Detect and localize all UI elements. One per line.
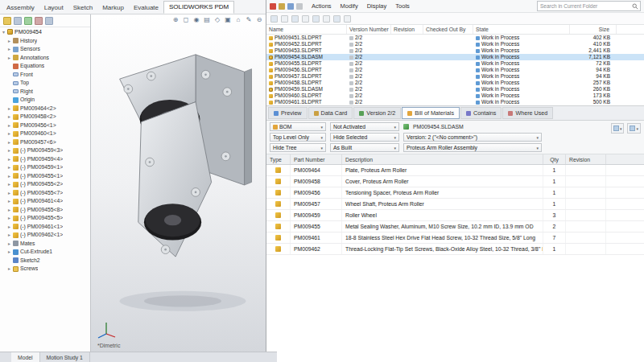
tree-item-mates[interactable]: ▸Mates bbox=[0, 240, 90, 249]
column-header-checked-out-by[interactable]: Checked Out By bbox=[423, 25, 473, 34]
tab-data-card[interactable]: Data Card bbox=[308, 107, 353, 119]
refresh-icon[interactable] bbox=[333, 15, 341, 23]
bom-row[interactable]: PM00946118-8 Stainless Steel Hex Drive F… bbox=[266, 232, 644, 244]
displaymanager-icon[interactable] bbox=[45, 17, 53, 25]
tree-item-pm009455-5[interactable]: ▸(-) PM009455<5> bbox=[0, 214, 90, 223]
file-row[interactable]: PM009454.SLDASM2/2Work in Process7,121 K… bbox=[266, 54, 644, 60]
tree-item-pm009457-6[interactable]: ▸PM009457<6> bbox=[0, 138, 90, 147]
bom-row[interactable]: PM009455Metal Sealing Washer, Aluminum, … bbox=[266, 221, 644, 232]
tab-motion-study-1[interactable]: Motion Study 1 bbox=[40, 352, 90, 362]
get-latest-icon[interactable] bbox=[291, 15, 299, 23]
column-header-size[interactable]: Size bbox=[570, 25, 617, 34]
tree-item-cut-extrude1[interactable]: ▸Cut-Extrude1 bbox=[0, 248, 90, 257]
file-row[interactable]: PM009460.SLDPRT2/2Work in Process173 KB bbox=[266, 93, 644, 99]
hide-show-icon[interactable]: ⌂ bbox=[234, 16, 242, 24]
tab-preview[interactable]: Preview bbox=[268, 107, 308, 119]
bom-row[interactable]: PM009457Wheel Shaft, Proteus Arm Roller1 bbox=[266, 199, 644, 210]
zoom-fit-icon[interactable]: ⊕ bbox=[171, 16, 180, 24]
search-input[interactable] bbox=[540, 2, 632, 10]
file-row[interactable]: PM009457.SLDPRT2/2Work in Process94 KB bbox=[266, 73, 644, 80]
bom-column-header-type[interactable]: Type bbox=[266, 154, 291, 164]
tree-item-pm009459-3[interactable]: ▸(-) PM009459<3> bbox=[0, 146, 90, 155]
tab-bill-of-materials[interactable]: Bill of Materials bbox=[402, 107, 460, 119]
tree-item-pm009459-4[interactable]: ▸(-) PM009459<4> bbox=[0, 155, 90, 164]
bom-row[interactable]: PM009464Plate, Proteus Arm Roller1 bbox=[266, 165, 644, 176]
file-row[interactable]: PM009459.SLDASM2/2Work in Process260 KB bbox=[266, 86, 644, 93]
file-row[interactable]: PM009452.SLDPRT2/2Work in Process410 KB bbox=[266, 41, 644, 47]
section-view-icon[interactable]: ▤ bbox=[203, 16, 211, 24]
file-row[interactable]: PM009461.SLDPRT2/2Work in Process500 KB bbox=[266, 99, 644, 105]
bom-column-header-part-number[interactable]: Part Number bbox=[291, 154, 342, 164]
activation-dropdown[interactable]: Not Activated ▾ bbox=[330, 122, 399, 131]
level-dropdown[interactable]: Top Level Only ▾ bbox=[270, 133, 326, 142]
tree-item-pm009455-7[interactable]: ▸(-) PM009455<7> bbox=[0, 189, 90, 198]
appearance-icon[interactable]: ✎ bbox=[245, 16, 253, 24]
menu-modify[interactable]: Modify bbox=[336, 2, 362, 10]
file-row[interactable]: PM009453.SLDPRT2/2Work in Process2,441 K… bbox=[266, 47, 644, 54]
featuremanager-tree-icon[interactable] bbox=[3, 17, 11, 25]
previous-view-icon[interactable]: ◉ bbox=[192, 16, 200, 24]
check-in-icon[interactable] bbox=[281, 15, 288, 23]
propertymanager-icon[interactable] bbox=[14, 17, 22, 25]
version-dropdown[interactable]: Version: 2 ("<No comment>") ▾ bbox=[403, 133, 542, 142]
tree-item-pm009461-4[interactable]: ▸(-) PM009461<4> bbox=[0, 197, 90, 206]
tree-item-annotations[interactable]: ▸Annotations bbox=[0, 54, 90, 63]
tab-version-2-2[interactable]: Version 2/2 bbox=[353, 107, 401, 119]
copy-icon[interactable] bbox=[287, 3, 294, 10]
dimxpertmanager-icon[interactable] bbox=[35, 17, 43, 25]
tree-item-front[interactable]: Front bbox=[0, 71, 90, 80]
tree-item-right[interactable]: Right bbox=[0, 88, 90, 97]
tree-item-pm009464-2[interactable]: ▸PM009464<2> bbox=[0, 105, 90, 113]
selection-filter-dropdown[interactable]: Hide Selected ▾ bbox=[330, 133, 399, 142]
bom-row[interactable]: PM009458Cover, Proteus Arm Roller1 bbox=[266, 176, 644, 187]
tree-item-screws[interactable]: ▸Screws bbox=[0, 265, 90, 274]
bom-column-header-description[interactable]: Description bbox=[342, 154, 543, 164]
ribbon-tab-solidworks-pdm[interactable]: SOLIDWORKS PDM bbox=[163, 1, 234, 14]
column-header-state[interactable]: State bbox=[473, 25, 570, 34]
tab-where-used[interactable]: Where Used bbox=[502, 107, 553, 119]
as-built-dropdown[interactable]: As Built ▾ bbox=[330, 143, 399, 152]
table-view-icon[interactable]: ▾ bbox=[611, 123, 625, 134]
check-out-icon[interactable] bbox=[270, 15, 278, 23]
ribbon-tab-markup[interactable]: Markup bbox=[97, 2, 129, 14]
column-header-revision[interactable]: Revision bbox=[391, 25, 423, 34]
tree-item-pm009461-1[interactable]: ▸(-) PM009461<1> bbox=[0, 223, 90, 232]
bom-column-header-qty[interactable]: Qty bbox=[543, 154, 566, 164]
history-icon[interactable] bbox=[302, 15, 309, 23]
file-row[interactable]: PM009455.SLDPRT2/2Work in Process72 KB bbox=[266, 60, 644, 67]
settings-icon[interactable] bbox=[344, 15, 351, 23]
tree-toggle-dropdown[interactable]: Hide Tree ▾ bbox=[270, 143, 326, 152]
ribbon-tab-layout[interactable]: Layout bbox=[39, 2, 68, 14]
view-orientation-icon[interactable]: ◇ bbox=[213, 16, 221, 24]
tree-item-pm009460-1[interactable]: ▸PM009460<1> bbox=[0, 130, 90, 138]
bom-row[interactable]: PM009459Roller Wheel3 bbox=[266, 210, 644, 221]
tree-item-pm009459-1[interactable]: ▸(-) PM009459<1> bbox=[0, 163, 90, 172]
tree-root-item[interactable]: ▾ PM009454 bbox=[0, 27, 90, 36]
graphics-viewport[interactable]: ⊕◻◉▤◇▣⌂✎⊖ bbox=[91, 14, 266, 352]
tree-item-sketch2[interactable]: Sketch2 bbox=[0, 257, 90, 265]
file-row[interactable]: PM009456.SLDPRT2/2Work in Process94 KB bbox=[266, 67, 644, 73]
tab-model[interactable]: Model bbox=[11, 352, 40, 362]
configurationmanager-icon[interactable] bbox=[24, 17, 32, 25]
ribbon-tab-sketch[interactable]: Sketch bbox=[68, 2, 97, 14]
column-header-version-number[interactable]: Version Number bbox=[347, 25, 391, 34]
ribbon-tab-assembly[interactable]: Assembly bbox=[2, 2, 39, 14]
file-row[interactable]: PM009451.SLDPRT2/2Work in Process402 KB bbox=[266, 35, 644, 41]
tree-item-pm009458-2[interactable]: ▸PM009458<2> bbox=[0, 113, 90, 121]
tree-item-history[interactable]: ▸History bbox=[0, 37, 90, 46]
tree-item-sensors[interactable]: ▸Sensors bbox=[0, 45, 90, 54]
copy-tree-icon[interactable] bbox=[312, 15, 320, 23]
column-header-name[interactable]: Name bbox=[266, 25, 347, 34]
tree-item-pm009455-8[interactable]: ▸(-) PM009455<8> bbox=[0, 206, 90, 215]
scene-icon[interactable]: ⊖ bbox=[255, 16, 263, 24]
vault-home-icon[interactable] bbox=[270, 3, 276, 10]
menu-display[interactable]: Display bbox=[363, 2, 391, 10]
tree-item-pm009456-1[interactable]: ▸PM009456<1> bbox=[0, 121, 90, 130]
zoom-area-icon[interactable]: ◻ bbox=[182, 16, 190, 24]
bom-column-header-revision[interactable]: Revision bbox=[566, 154, 606, 164]
tree-item-pm009455-1[interactable]: ▸(-) PM009455<1> bbox=[0, 172, 90, 181]
bom-row[interactable]: PM009456Tensioning Spacer, Proteus Arm R… bbox=[266, 187, 644, 199]
display-style-icon[interactable]: ▣ bbox=[224, 16, 232, 24]
tree-item-pm009455-2[interactable]: ▸(-) PM009455<2> bbox=[0, 180, 90, 189]
bom-row[interactable]: PM009462Thread-Locking Flat-Tip Set Scre… bbox=[266, 244, 644, 255]
